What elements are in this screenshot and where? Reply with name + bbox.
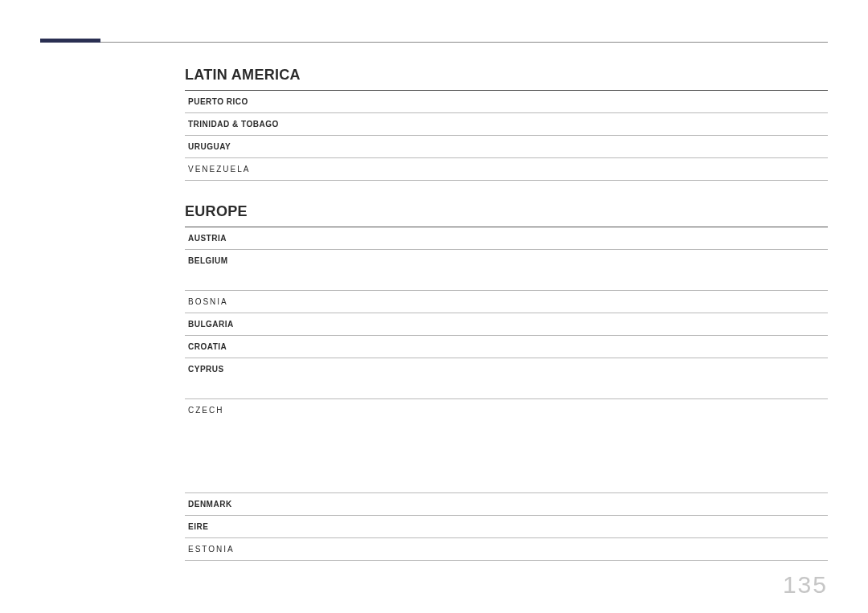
col3-cell <box>628 336 828 358</box>
col3-cell <box>628 493 828 516</box>
section-title-europe: EUROPE <box>185 203 828 220</box>
table-row: TRINIDAD & TOBAGO <box>185 113 828 136</box>
country-cell: AUSTRIA <box>185 227 352 250</box>
table-row: URUGUAY <box>185 136 828 158</box>
country-cell: BELGIUM <box>185 250 352 291</box>
page-number: 135 <box>783 571 828 599</box>
col2-cell <box>352 136 628 158</box>
col3-cell <box>628 113 828 136</box>
col2-cell <box>352 227 628 250</box>
table-row: CZECH <box>185 399 828 493</box>
country-cell: ESTONIA <box>185 538 352 561</box>
table-row: BULGARIA <box>185 313 828 336</box>
table-row: VENEZUELA <box>185 158 828 181</box>
col2-cell <box>352 158 628 181</box>
page-content: LATIN AMERICA PUERTO RICOTRINIDAD & TOBA… <box>40 67 828 561</box>
col2-cell <box>352 313 628 336</box>
col3-cell <box>628 91 828 113</box>
col2-cell <box>352 399 628 493</box>
country-cell: VENEZUELA <box>185 158 352 181</box>
col3-cell <box>628 250 828 291</box>
col3-cell <box>628 158 828 181</box>
col3-cell <box>628 399 828 493</box>
table-row: CYPRUS <box>185 358 828 399</box>
country-cell: CROATIA <box>185 336 352 358</box>
table-row: EIRE <box>185 516 828 538</box>
country-cell: PUERTO RICO <box>185 91 352 113</box>
table-row: DENMARK <box>185 493 828 516</box>
col2-cell <box>352 538 628 561</box>
col2-cell <box>352 336 628 358</box>
table-row: PUERTO RICO <box>185 91 828 113</box>
header-rule <box>40 39 828 43</box>
col3-cell <box>628 516 828 538</box>
col2-cell <box>352 91 628 113</box>
country-cell: DENMARK <box>185 493 352 516</box>
table-row: CROATIA <box>185 336 828 358</box>
table-europe: AUSTRIABELGIUMBOSNIABULGARIACROATIACYPRU… <box>185 227 828 561</box>
col2-cell <box>352 493 628 516</box>
table-row: BOSNIA <box>185 291 828 313</box>
col2-cell <box>352 291 628 313</box>
country-cell: TRINIDAD & TOBAGO <box>185 113 352 136</box>
col3-cell <box>628 227 828 250</box>
col3-cell <box>628 313 828 336</box>
country-cell: CYPRUS <box>185 358 352 399</box>
table-row: ESTONIA <box>185 538 828 561</box>
country-cell: BULGARIA <box>185 313 352 336</box>
col3-cell <box>628 358 828 399</box>
country-cell: CZECH <box>185 399 352 493</box>
col3-cell <box>628 136 828 158</box>
col2-cell <box>352 358 628 399</box>
table-latin-america: PUERTO RICOTRINIDAD & TOBAGOURUGUAYVENEZ… <box>185 91 828 181</box>
col2-cell <box>352 250 628 291</box>
country-cell: EIRE <box>185 516 352 538</box>
country-cell: URUGUAY <box>185 136 352 158</box>
section-title-latin-america: LATIN AMERICA <box>185 67 828 84</box>
table-row: AUSTRIA <box>185 227 828 250</box>
document-page: LATIN AMERICA PUERTO RICOTRINIDAD & TOBA… <box>0 0 868 613</box>
col3-cell <box>628 538 828 561</box>
header-divider-line <box>100 42 828 43</box>
header-accent-bar <box>40 39 100 43</box>
col2-cell <box>352 113 628 136</box>
country-cell: BOSNIA <box>185 291 352 313</box>
col2-cell <box>352 516 628 538</box>
table-row: BELGIUM <box>185 250 828 291</box>
col3-cell <box>628 291 828 313</box>
